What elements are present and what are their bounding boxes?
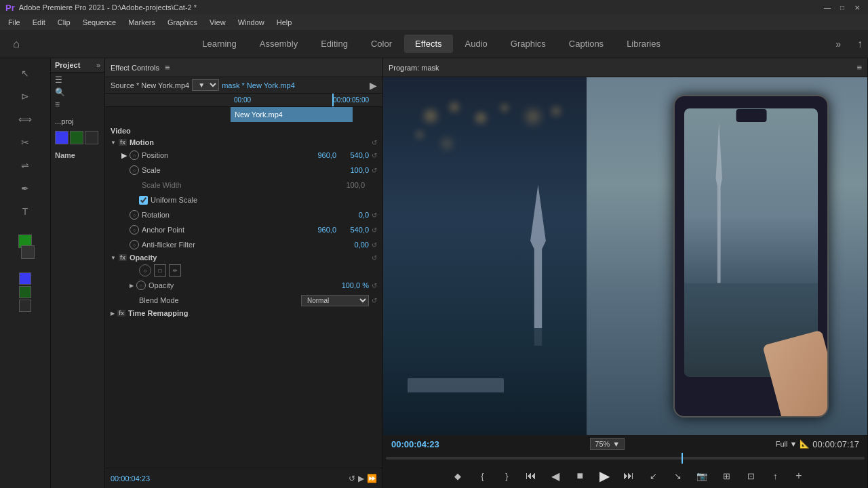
- color-swatch-green[interactable]: [19, 286, 31, 298]
- play-btn[interactable]: ▶: [595, 466, 614, 485]
- tab-assembly[interactable]: Assembly: [249, 35, 309, 53]
- tab-learning[interactable]: Learning: [191, 35, 248, 53]
- workspace-more-button[interactable]: »: [835, 39, 841, 49]
- rect-mask-btn[interactable]: □: [154, 264, 166, 277]
- motion-chevron[interactable]: ▼: [111, 140, 116, 146]
- in-point-btn[interactable]: {: [473, 466, 492, 485]
- anchor-stopwatch[interactable]: ○: [130, 225, 139, 235]
- project-color-item-dark[interactable]: [85, 131, 98, 144]
- color-swatch-blue[interactable]: [19, 272, 31, 285]
- overwrite-btn[interactable]: ↘: [668, 466, 687, 485]
- menu-edit[interactable]: Edit: [27, 17, 51, 28]
- monitor-ruler-icon[interactable]: 📐: [800, 439, 810, 449]
- source-dropdown[interactable]: ▼: [192, 79, 219, 91]
- antiflicker-reset[interactable]: ↺: [372, 241, 377, 249]
- project-color-item-blue[interactable]: [55, 131, 68, 144]
- home-button[interactable]: ⌂: [5, 33, 27, 55]
- opacity-reset[interactable]: ↺: [372, 254, 377, 262]
- position-reset[interactable]: ↺: [372, 152, 377, 159]
- timeline-arrow[interactable]: ▶: [370, 80, 377, 91]
- go-next-edit-btn[interactable]: ⏭: [619, 466, 638, 485]
- export-button[interactable]: ↑: [857, 38, 863, 50]
- monitor-scrubber[interactable]: [386, 453, 865, 464]
- antiflicker-stopwatch[interactable]: ○: [130, 240, 139, 249]
- scale-reset[interactable]: ↺: [372, 167, 377, 174]
- project-view-list[interactable]: ☰: [55, 75, 62, 85]
- project-item[interactable]: ...proj: [55, 117, 100, 125]
- menu-file[interactable]: File: [3, 17, 26, 28]
- tab-graphics[interactable]: Graphics: [500, 35, 557, 53]
- rotation-stopwatch[interactable]: ○: [130, 210, 139, 220]
- program-monitor-menu[interactable]: ≡: [856, 62, 862, 73]
- stop-btn[interactable]: ■: [570, 466, 589, 485]
- opacity-chevron[interactable]: ▼: [111, 255, 116, 261]
- go-prev-edit-btn[interactable]: ⏮: [521, 466, 540, 485]
- scale-stopwatch[interactable]: ○: [130, 165, 139, 175]
- blend-mode-select[interactable]: Normal Multiply Screen Overlay: [301, 295, 369, 306]
- effect-controls-menu[interactable]: ≡: [165, 62, 170, 73]
- anti-flicker-value[interactable]: 0,00: [342, 241, 369, 249]
- position-stopwatch[interactable]: ○: [130, 150, 139, 160]
- rotation-reset[interactable]: ↺: [372, 211, 377, 219]
- monitor-quality[interactable]: Full ▼: [776, 440, 797, 448]
- opacity-value-reset[interactable]: ↺: [372, 282, 377, 289]
- export-share-btn[interactable]: ↑: [766, 466, 785, 485]
- menu-graphics[interactable]: Graphics: [162, 17, 203, 28]
- project-menu-icon[interactable]: ≡: [55, 100, 60, 109]
- tab-editing[interactable]: Editing: [310, 35, 359, 53]
- project-search-icon[interactable]: 🔍: [55, 87, 65, 97]
- position-x[interactable]: 960,0: [309, 151, 336, 159]
- export-frame-btn[interactable]: 📷: [692, 466, 711, 485]
- type-tool[interactable]: T: [16, 202, 35, 221]
- scale-value[interactable]: 100,0: [342, 166, 369, 174]
- maximize-btn[interactable]: □: [837, 4, 848, 12]
- menu-clip[interactable]: Clip: [52, 17, 76, 28]
- ec-ctrl-loop[interactable]: ↺: [349, 474, 355, 483]
- position-y[interactable]: 540,0: [342, 151, 369, 159]
- background-color[interactable]: [21, 245, 35, 259]
- tab-libraries[interactable]: Libraries: [616, 35, 671, 53]
- uniform-scale-checkbox[interactable]: [139, 196, 148, 205]
- blend-mode-reset[interactable]: ↺: [372, 297, 377, 304]
- pen-mask-btn[interactable]: ✏: [169, 264, 181, 277]
- uniform-scale-label[interactable]: Uniform Scale: [151, 196, 365, 204]
- menu-sequence[interactable]: Sequence: [77, 17, 122, 28]
- insert-btn[interactable]: ↙: [644, 466, 663, 485]
- position-chevron[interactable]: ▶: [121, 151, 130, 160]
- menu-view[interactable]: View: [204, 17, 231, 28]
- tab-effects[interactable]: Effects: [404, 35, 453, 53]
- minimize-btn[interactable]: —: [822, 4, 833, 12]
- forward-select-tool[interactable]: ⊳: [16, 87, 35, 106]
- pen-tool[interactable]: ✒: [16, 179, 35, 198]
- out-point-btn[interactable]: }: [497, 466, 516, 485]
- opacity-chevron-sub[interactable]: ▶: [130, 283, 134, 289]
- project-panel-expand[interactable]: »: [96, 61, 100, 69]
- opacity-section-header[interactable]: ▼ fx Opacity ↺: [105, 252, 382, 263]
- ellipse-mask-btn[interactable]: ○: [139, 264, 151, 277]
- anchor-y[interactable]: 540,0: [342, 226, 369, 234]
- time-remap-chevron[interactable]: ▶: [111, 310, 115, 317]
- tab-captions[interactable]: Captions: [558, 35, 614, 53]
- ec-ctrl-shuttle[interactable]: ⏩: [367, 474, 377, 483]
- monitor-add-btn[interactable]: +: [795, 470, 802, 482]
- add-marker-btn[interactable]: ◆: [448, 466, 467, 485]
- source-label[interactable]: Source * New York.mp4: [111, 81, 189, 89]
- project-color-item-green[interactable]: [70, 131, 83, 144]
- scrubber-playhead[interactable]: [678, 453, 686, 464]
- clip-match-frame-btn[interactable]: ⊞: [717, 466, 736, 485]
- motion-reset[interactable]: ↺: [372, 139, 377, 146]
- mask-label[interactable]: mask * New York.mp4: [222, 81, 295, 89]
- color-swatch-dark[interactable]: [19, 300, 31, 312]
- anchor-x[interactable]: 960,0: [309, 226, 336, 234]
- opacity-value[interactable]: 100,0 %: [342, 281, 369, 289]
- motion-section-header[interactable]: ▼ fx Motion ↺: [105, 137, 382, 148]
- rotation-value[interactable]: 0,0: [342, 211, 369, 219]
- multi-cam-btn[interactable]: ⊡: [741, 466, 760, 485]
- tab-audio[interactable]: Audio: [454, 35, 498, 53]
- ec-ctrl-play[interactable]: ▶: [358, 474, 364, 483]
- slip-tool[interactable]: ⇌: [16, 156, 35, 175]
- time-remapping-row[interactable]: ▶ fx Time Remapping: [105, 308, 382, 319]
- ripple-edit-tool[interactable]: ⟺: [16, 110, 35, 129]
- monitor-zoom[interactable]: 75% ▼: [590, 438, 625, 450]
- close-btn[interactable]: ✕: [852, 4, 863, 12]
